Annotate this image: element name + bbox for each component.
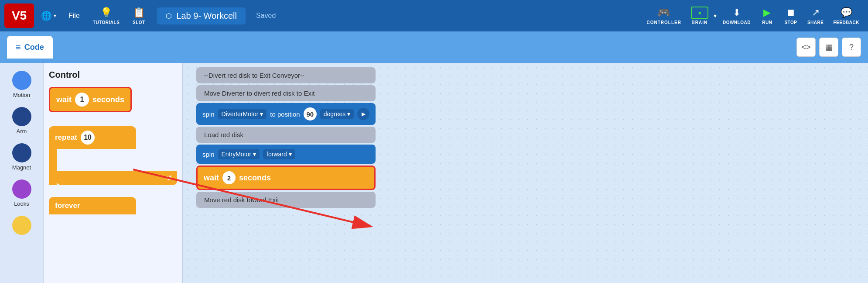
stop-button[interactable]: ⏹ STOP <box>779 4 802 28</box>
project-title-container: ⬡ Lab 9- Workcell <box>157 7 246 24</box>
repeat-bottom-left <box>49 171 57 185</box>
brain-label: BRAIN <box>692 20 708 25</box>
yellow-circle <box>12 216 31 235</box>
tutorials-button[interactable]: 💡 TUTORIALS <box>89 4 124 28</box>
ws-block-spin-diverter[interactable]: spin DiverterMotor ▾ to position 90 degr… <box>196 103 376 125</box>
header-right: 🎮 CONTROLLER ■ BRAIN ▾ ⬇ DOWNLOAD ▶ RUN … <box>641 4 864 28</box>
wait-label: wait <box>56 95 72 104</box>
stop-icon: ⏹ <box>786 7 796 18</box>
slot-icon: 📋 <box>133 7 145 18</box>
ws-wait-value-circle: 2 <box>222 171 236 184</box>
motion-circle <box>12 71 31 90</box>
tutorials-label: TUTORIALS <box>93 20 120 25</box>
forever-block[interactable]: forever <box>49 197 136 214</box>
code-view-button[interactable]: <> <box>796 38 816 57</box>
ws-wait-label: wait <box>204 173 219 183</box>
ws-seconds-label: seconds <box>239 173 271 183</box>
grid-view-icon: ▦ <box>825 42 833 52</box>
to-position-label: to position <box>270 110 300 118</box>
wait-block-container: wait 1 seconds <box>49 87 177 117</box>
repeat-value-circle: 10 <box>81 131 95 145</box>
spin-play-button[interactable]: ▶ <box>357 108 369 120</box>
slot-button[interactable]: 📋 SLOT <box>127 4 150 28</box>
code-view-icon: <> <box>801 43 810 52</box>
diverter-motor-label: DiverterMotor <box>222 110 259 117</box>
help-button[interactable]: ? <box>842 38 861 57</box>
sidebar-arm-label: Arm <box>17 128 27 135</box>
ws-block-load-red-disk: Load red disk <box>196 127 376 143</box>
tutorials-icon: 💡 <box>100 7 112 18</box>
controller-icon: 🎮 <box>657 7 670 19</box>
download-icon: ⬇ <box>733 7 741 18</box>
sidebar-item-arm[interactable]: Arm <box>2 104 41 137</box>
entry-motor-dropdown[interactable]: EntryMotor ▾ <box>218 149 260 159</box>
blocks-panel: Control wait 1 seconds repeat 10 ↺ <box>44 63 183 283</box>
controller-label: CONTROLLER <box>646 20 681 25</box>
sidebar: Motion Arm Magnet Looks <box>0 63 44 283</box>
globe-button[interactable]: 🌐 ▾ <box>38 8 60 24</box>
sidebar-item-motion[interactable]: Motion <box>2 68 41 101</box>
file-button[interactable]: File <box>63 9 85 22</box>
repeat-label: repeat <box>55 133 77 142</box>
sidebar-looks-label: Looks <box>14 200 29 207</box>
forever-label: forever <box>55 201 80 210</box>
brain-button[interactable]: ■ BRAIN <box>687 5 712 27</box>
diverter-motor-chevron: ▾ <box>260 110 263 117</box>
entry-motor-label: EntryMotor <box>222 151 251 158</box>
main-area: Motion Arm Magnet Looks Control wait 1 s… <box>0 63 868 283</box>
feedback-icon: 💬 <box>841 7 852 18</box>
share-button[interactable]: ↗ SHARE <box>803 4 828 28</box>
help-icon: ? <box>849 43 854 52</box>
repeat-block[interactable]: repeat 10 <box>49 126 136 149</box>
run-button[interactable]: ▶ RUN <box>756 4 779 28</box>
run-label: RUN <box>762 20 772 25</box>
logo: V5 <box>4 3 34 28</box>
subheader: ≡ Code <> ▦ ? <box>0 31 868 63</box>
repeat-body <box>49 149 177 171</box>
project-title: Lab 9- Workcell <box>176 11 237 21</box>
slot-label: SLOT <box>133 20 145 25</box>
wait-value-circle: 1 <box>75 93 89 107</box>
feedback-label: FEEDBACK <box>833 20 859 25</box>
repeat-left-bar <box>49 149 57 171</box>
position-value-circle: 90 <box>304 107 317 121</box>
repeat-inner <box>57 149 177 171</box>
degrees-dropdown[interactable]: degrees ▾ <box>320 109 354 119</box>
sidebar-magnet-label: Magnet <box>12 164 31 171</box>
code-tab[interactable]: ≡ Code <box>7 36 53 59</box>
sidebar-item-looks[interactable]: Looks <box>2 177 41 210</box>
wait-block-1[interactable]: wait 1 seconds <box>49 87 132 112</box>
degrees-label: degrees <box>324 110 346 117</box>
ws-block-spin-entry[interactable]: spin EntryMotor ▾ forward ▾ <box>196 145 376 164</box>
spin-label-2: spin <box>202 151 215 158</box>
run-icon: ▶ <box>763 7 771 18</box>
feedback-button[interactable]: 💬 FEEDBACK <box>829 4 864 28</box>
share-icon: ↗ <box>812 7 820 18</box>
hex-icon: ⬡ <box>166 12 172 20</box>
code-tab-label: Code <box>24 43 44 52</box>
sidebar-item-yellow[interactable] <box>2 213 41 238</box>
grid-view-button[interactable]: ▦ <box>819 38 838 57</box>
brain-icon: ■ <box>691 7 708 19</box>
controller-button[interactable]: 🎮 CONTROLLER <box>641 5 686 27</box>
diverter-motor-dropdown[interactable]: DiverterMotor ▾ <box>218 109 267 119</box>
workspace[interactable]: --Divert red disk to Exit Conveyor-- Mov… <box>183 63 868 283</box>
saved-label: Saved <box>256 12 276 20</box>
repeat-block-container: repeat 10 ↺ <box>49 126 177 185</box>
sidebar-item-magnet[interactable]: Magnet <box>2 141 41 173</box>
seconds-label: seconds <box>92 95 124 104</box>
sidebar-motion-label: Motion <box>13 92 30 98</box>
code-tab-icon: ≡ <box>16 42 21 52</box>
brain-inner: ■ <box>698 10 701 15</box>
arm-circle <box>12 107 31 126</box>
brain-chevron: ▾ <box>713 12 718 19</box>
subheader-right: <> ▦ ? <box>796 38 861 57</box>
header: V5 🌐 ▾ File 💡 TUTORIALS 📋 SLOT ⬡ Lab 9- … <box>0 0 868 31</box>
block-stack: --Divert red disk to Exit Conveyor-- Mov… <box>196 67 376 208</box>
forward-dropdown[interactable]: forward ▾ <box>263 149 295 159</box>
download-button[interactable]: ⬇ DOWNLOAD <box>718 4 755 28</box>
repeat-bottom-right: ↺ <box>57 171 177 185</box>
ws-block-move-diverter: Move Diverter to divert red disk to Exit <box>196 85 376 101</box>
blocks-panel-title: Control <box>49 70 177 80</box>
ws-wait-block-2[interactable]: wait 2 seconds <box>196 166 376 190</box>
